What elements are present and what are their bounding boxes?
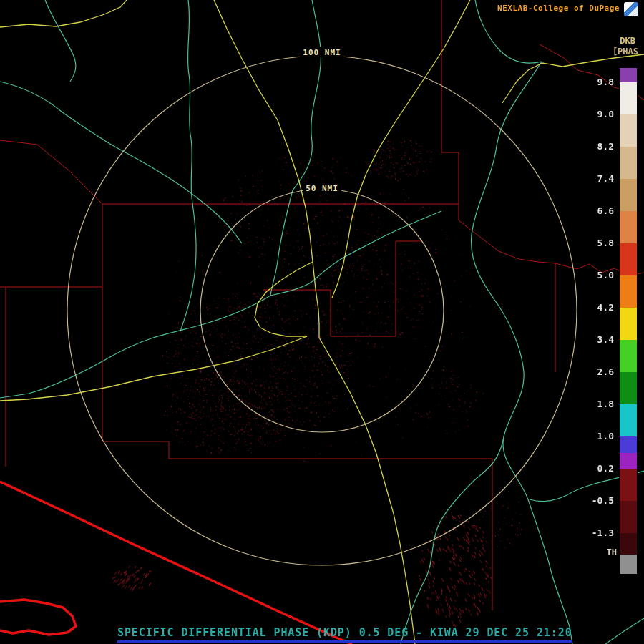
colorbar-segment bbox=[620, 372, 637, 404]
colorbar-segment bbox=[620, 275, 637, 308]
county-boundary-line bbox=[459, 204, 555, 263]
river-line bbox=[472, 62, 572, 644]
county-boundary-line bbox=[0, 140, 102, 204]
colorbar-segment bbox=[620, 179, 637, 211]
range-ring-label-100nmi: 100 NMI bbox=[300, 47, 343, 58]
international-border bbox=[0, 482, 352, 644]
colorbar-tick-label: 2.6 bbox=[597, 366, 614, 377]
river-line bbox=[180, 0, 196, 331]
colorbar-tick-label: 9.0 bbox=[597, 109, 614, 119]
river-line bbox=[45, 0, 76, 82]
rivers bbox=[0, 0, 644, 644]
colorbar-segment bbox=[620, 533, 637, 555]
status-bar: SPECIFIC DIFFERENTIAL PHASE (KDP) 0.5 DE… bbox=[117, 625, 572, 643]
colorbar-tick-label: -1.3 bbox=[592, 527, 614, 538]
border-line bbox=[0, 600, 76, 635]
colorbar-segment bbox=[620, 501, 637, 533]
river-line bbox=[270, 211, 441, 296]
river-line bbox=[270, 0, 321, 296]
county-boundary-line bbox=[441, 0, 459, 204]
colorbar-segment bbox=[620, 453, 637, 469]
highway-line bbox=[0, 0, 127, 27]
river-line bbox=[605, 618, 644, 644]
range-ring-label-50nmi: 50 NMI bbox=[303, 183, 341, 194]
colorbar-tick-label: 8.2 bbox=[597, 141, 614, 152]
highway-line bbox=[319, 338, 415, 644]
colorbar-segment bbox=[620, 469, 637, 501]
highway-line bbox=[332, 0, 470, 298]
highway-line bbox=[255, 262, 313, 336]
border-line bbox=[0, 482, 352, 644]
colorbar-segment bbox=[620, 114, 637, 147]
colorbar-tick-label: 6.6 bbox=[597, 205, 614, 216]
map-overlay bbox=[0, 0, 644, 644]
colorbar-segment bbox=[620, 340, 637, 372]
colorbar-tick-label: 1.0 bbox=[597, 431, 614, 441]
product-status-text: SPECIFIC DIFFERENTIAL PHASE (KDP) 0.5 DE… bbox=[117, 626, 572, 643]
colorbar-segment bbox=[620, 243, 637, 275]
colorbar-unit-th: TH bbox=[607, 547, 617, 557]
colorbar bbox=[620, 68, 637, 574]
site-brand-text: NEXLAB-College of DuPage bbox=[497, 4, 620, 13]
colorbar-segment bbox=[620, 555, 637, 574]
colorbar-tick-label: 9.8 bbox=[597, 77, 614, 87]
colorbar-tick-label: -0.5 bbox=[592, 495, 614, 506]
colorbar-segment bbox=[620, 82, 637, 114]
colorbar-tick-label: 5.0 bbox=[597, 270, 614, 280]
colorbar-unit-dkb: DKB bbox=[620, 36, 635, 46]
highway-line bbox=[0, 336, 307, 401]
highway-line bbox=[318, 310, 319, 338]
cod-weather-logo-icon bbox=[624, 2, 638, 16]
colorbar-segment bbox=[620, 211, 637, 243]
colorbar-tick-label: 1.8 bbox=[597, 399, 614, 409]
river-line bbox=[0, 82, 242, 243]
county-boundary-line bbox=[102, 441, 492, 459]
river-line bbox=[0, 296, 270, 398]
colorbar-segment bbox=[620, 404, 637, 436]
colorbar-segment bbox=[620, 436, 637, 453]
colorbar-tick-label: 3.4 bbox=[597, 334, 614, 345]
colorbar-segment bbox=[620, 147, 637, 179]
colorbar-tick-label: 0.2 bbox=[597, 463, 614, 474]
highways bbox=[0, 0, 644, 644]
county-boundaries bbox=[0, 0, 644, 610]
radar-viewport[interactable]: 100 NMI 50 NMI NEXLAB-College of DuPage … bbox=[0, 0, 644, 644]
colorbar-unit-phase: [PHAS bbox=[613, 47, 638, 57]
colorbar-tick-label: 4.2 bbox=[597, 302, 614, 313]
river-line bbox=[401, 438, 504, 644]
colorbar-tick-label: 7.4 bbox=[597, 173, 614, 184]
colorbar-segment bbox=[620, 308, 637, 340]
colorbar-tick-label: 5.8 bbox=[597, 238, 614, 248]
colorbar-segment bbox=[620, 68, 637, 82]
county-boundary-line bbox=[263, 241, 421, 336]
